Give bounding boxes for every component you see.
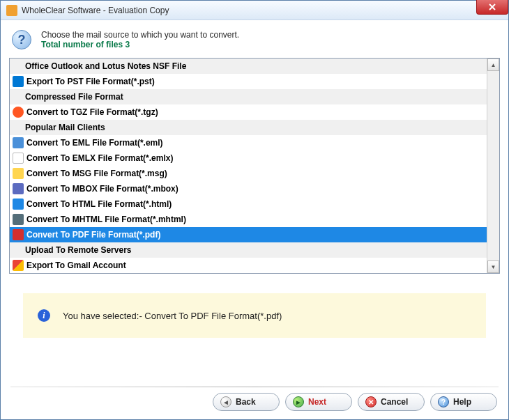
ico-gmail-icon xyxy=(13,260,24,271)
list-item-label: Office Outlook and Lotus Notes NSF File xyxy=(13,61,186,71)
list-item-label: Convert To EMLX File Format(*.emlx) xyxy=(26,153,173,163)
list-item-label: Convert To MBOX File Format(*.mbox) xyxy=(26,184,178,194)
ico-emlx-icon xyxy=(13,153,24,164)
back-label: Back xyxy=(236,397,256,407)
window-title: WholeClear Software - Evaluation Copy xyxy=(22,6,169,15)
list-item[interactable]: Convert To HTML File Format(*.html) xyxy=(10,196,487,212)
app-window: WholeClear Software - Evaluation Copy ? … xyxy=(0,0,509,420)
list-item-label: Compressed File Format xyxy=(13,92,123,102)
list-item[interactable]: Convert To MBOX File Format(*.mbox) xyxy=(10,181,487,196)
ico-tgz-icon xyxy=(13,107,24,118)
scrollbar[interactable]: ▲ ▼ xyxy=(487,59,499,273)
list-item-label: Convert To PDF File Format(*.pdf) xyxy=(26,230,160,240)
scroll-up-button[interactable]: ▲ xyxy=(487,59,499,71)
list-item[interactable]: Convert To MSG File Format(*.msg) xyxy=(10,166,487,181)
list-item-label: Export To Gmail Account xyxy=(26,260,126,270)
content-area: ? Choose the mail source to which you wa… xyxy=(1,20,508,419)
cancel-label: Cancel xyxy=(381,397,408,407)
format-list[interactable]: Office Outlook and Lotus Notes NSF FileE… xyxy=(10,59,487,273)
wizard-header: ? Choose the mail source to which you wa… xyxy=(9,27,500,58)
help-small-icon: ? xyxy=(438,396,449,407)
list-item[interactable]: Convert To EMLX File Format(*.emlx) xyxy=(10,150,487,166)
ico-mbox-icon xyxy=(13,183,24,194)
back-icon: ◄ xyxy=(220,396,231,407)
list-section-header: Compressed File Format xyxy=(10,89,487,104)
ico-outlook-icon xyxy=(13,76,24,87)
ico-eml-icon xyxy=(13,137,24,148)
help-label: Help xyxy=(453,397,471,407)
help-button[interactable]: ? Help xyxy=(430,393,497,411)
format-list-container: Office Outlook and Lotus Notes NSF FileE… xyxy=(9,58,500,274)
spacer xyxy=(9,352,500,387)
titlebar: WholeClear Software - Evaluation Copy xyxy=(1,1,508,20)
ico-html-icon xyxy=(13,199,24,210)
scroll-down-button[interactable]: ▼ xyxy=(487,260,499,273)
selection-info-box: i You have selected:- Convert To PDF Fil… xyxy=(23,293,486,338)
back-button[interactable]: ◄ Back xyxy=(213,393,280,411)
instruction-text: Choose the mail source to which you want… xyxy=(41,30,239,40)
next-label: Next xyxy=(308,397,326,407)
list-item-label: Convert To HTML File Format(*.html) xyxy=(26,199,172,209)
info-icon: i xyxy=(38,309,50,322)
app-icon xyxy=(6,5,17,16)
file-count-text: Total number of files 3 xyxy=(41,40,239,49)
list-item-label: Convert To MHTML File Format(*.mhtml) xyxy=(26,215,186,224)
list-item-label: Convert To EML File Format(*.eml) xyxy=(26,138,163,148)
list-item-label: Convert To MSG File Format(*.msg) xyxy=(26,169,167,178)
list-item-label: Convert to TGZ File Format(*.tgz) xyxy=(26,107,158,117)
selection-info-text: You have selected:- Convert To PDF File … xyxy=(63,311,282,321)
list-item[interactable]: Export To PST File Format(*.pst) xyxy=(10,74,487,89)
cancel-icon: ✕ xyxy=(365,396,377,407)
list-item[interactable]: Convert To EML File Format(*.eml) xyxy=(10,135,487,150)
cancel-button[interactable]: ✕ Cancel xyxy=(358,393,425,411)
ico-msg-icon xyxy=(13,168,24,179)
list-section-header: Upload To Remote Servers xyxy=(10,242,487,258)
list-item[interactable]: Convert To MHTML File Format(*.mhtml) xyxy=(10,212,487,227)
list-item-label: Popular Mail Clients xyxy=(13,123,105,132)
close-icon xyxy=(488,3,496,11)
list-item-label: Export To PST File Format(*.pst) xyxy=(26,77,155,86)
ico-pdf-icon xyxy=(13,229,24,240)
scroll-track[interactable] xyxy=(487,71,499,260)
next-icon: ► xyxy=(293,396,304,407)
help-icon: ? xyxy=(12,30,31,49)
list-item-label: Upload To Remote Servers xyxy=(13,245,131,255)
header-text: Choose the mail source to which you want… xyxy=(41,30,239,49)
next-button[interactable]: ► Next xyxy=(285,393,352,411)
list-item[interactable]: Export To Gmail Account xyxy=(10,258,487,273)
ico-mhtml-icon xyxy=(13,214,24,225)
list-item[interactable]: Convert To PDF File Format(*.pdf) xyxy=(10,227,487,242)
list-item[interactable]: Convert to TGZ File Format(*.tgz) xyxy=(10,104,487,120)
close-button[interactable] xyxy=(476,0,508,15)
list-section-header: Office Outlook and Lotus Notes NSF File xyxy=(10,59,487,74)
list-section-header: Popular Mail Clients xyxy=(10,120,487,135)
footer-buttons: ◄ Back ► Next ✕ Cancel ? Help xyxy=(9,391,500,414)
footer-divider xyxy=(10,387,499,387)
